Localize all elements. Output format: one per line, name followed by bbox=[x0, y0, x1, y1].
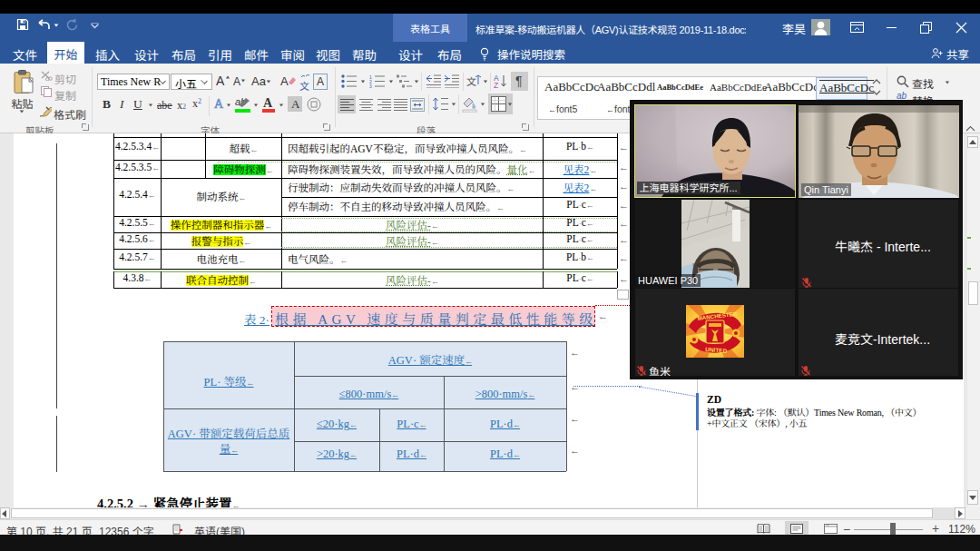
svg-text:3: 3 bbox=[369, 84, 372, 88]
svg-text:Z: Z bbox=[494, 81, 498, 89]
svg-text:文: 文 bbox=[466, 74, 476, 88]
